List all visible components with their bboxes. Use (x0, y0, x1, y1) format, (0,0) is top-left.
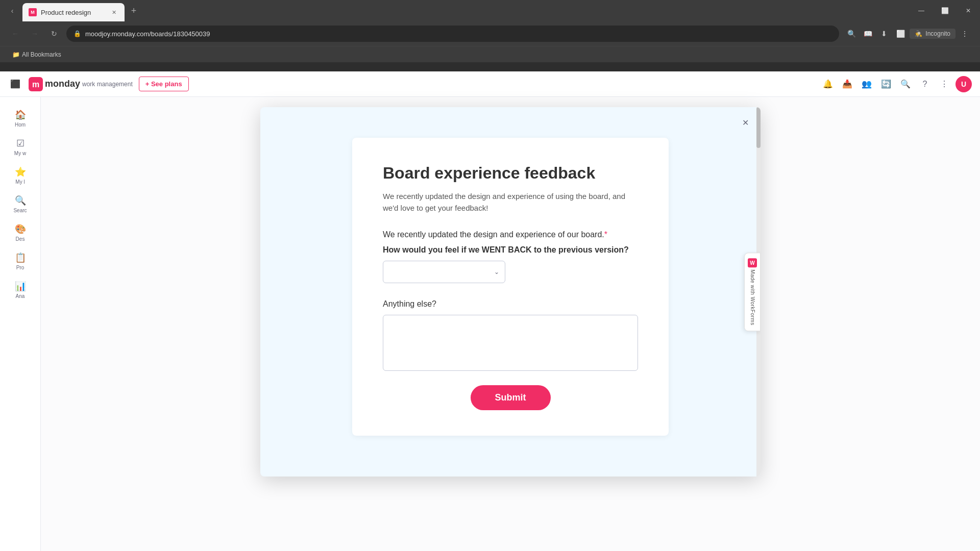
sidebar-label-home: Hom (6, 122, 35, 128)
bookmarks-folder[interactable]: 📁 All Bookmarks (8, 49, 65, 60)
back-button[interactable]: ← (8, 27, 22, 41)
apps-grid-icon[interactable]: ⬛ (8, 77, 22, 91)
incognito-badge[interactable]: 🕵 Incognito (910, 29, 955, 39)
form-question-2: How would you feel if we WENT BACK to th… (383, 245, 638, 255)
sidebar-label-search: Searc (6, 208, 35, 213)
required-mark: * (604, 230, 607, 239)
topbar-icons: 🔔 📥 👥 🔄 🔍 ? ⋮ U (820, 76, 972, 92)
tab-prev-button[interactable]: ‹ (4, 3, 20, 19)
form-card: Board experience feedback We recently up… (352, 138, 669, 436)
browser-chrome: ‹ M Product redesign ✕ + — ⬜ ✕ ← → ↻ 🔒 m… (0, 0, 980, 71)
incognito-icon: 🕵 (915, 30, 922, 37)
tab-title: Product redesign (41, 9, 105, 16)
monday-logo[interactable]: m monday work management (29, 77, 133, 91)
update-icon[interactable]: 🔄 (878, 76, 894, 92)
feeling-select[interactable]: Very disappointed Disappointed Neutral H… (383, 261, 505, 283)
modal-inner: Board experience feedback We recently up… (260, 107, 761, 477)
sidebar-item-mywork[interactable]: ☑ My w (3, 134, 38, 160)
form-question-1: We recently updated the design and exper… (383, 230, 638, 239)
sidebar-label-myitems: My l (6, 179, 35, 185)
new-tab-button[interactable]: + (127, 4, 141, 18)
refresh-button[interactable]: ↻ (47, 27, 61, 41)
sidebar-item-product[interactable]: 📋 Pro (3, 248, 38, 274)
sidebar-item-design[interactable]: 🎨 Des (3, 219, 38, 246)
sidebar: 🏠 Hom ☑ My w ⭐ My l 🔍 Searc 🎨 Des 📋 Pro … (0, 97, 41, 551)
maximize-button[interactable]: ⬜ (933, 0, 957, 21)
sidebar-label-mywork: My w (6, 151, 35, 156)
app-content: ⬛ m monday work management + See plans 🔔… (0, 71, 980, 551)
modal-close-button[interactable]: ✕ (738, 115, 752, 130)
help-icon[interactable]: ? (917, 76, 933, 92)
window-controls: — ⬜ ✕ (910, 0, 980, 21)
textarea-label: Anything else? (383, 299, 638, 309)
monday-topbar: ⬛ m monday work management + See plans 🔔… (0, 71, 980, 97)
toolbar-icons: 🔍 📖 ⬇ ⬜ 🕵 Incognito ⋮ (844, 27, 972, 41)
sidebar-item-analytics[interactable]: 📊 Ana (3, 277, 38, 303)
dropdown-wrapper: Very disappointed Disappointed Neutral H… (383, 261, 505, 283)
minimize-button[interactable]: — (910, 0, 933, 21)
sidebar-label-product: Pro (6, 265, 35, 270)
product-icon: 📋 (15, 252, 26, 263)
download-icon[interactable]: ⬇ (877, 27, 891, 41)
incognito-label: Incognito (925, 30, 950, 37)
sidebar-item-myitems[interactable]: ⭐ My l (3, 162, 38, 189)
forward-button[interactable]: → (28, 27, 42, 41)
submit-button[interactable]: Submit (471, 385, 551, 410)
workforms-badge[interactable]: W Made with WorkForms (744, 253, 761, 331)
mywork-icon: ☑ (16, 138, 24, 149)
folder-label: All Bookmarks (22, 51, 61, 58)
sidebar-item-search[interactable]: 🔍 Searc (3, 191, 38, 217)
monday-logo-svg: m (29, 77, 43, 91)
tab-favicon: M (29, 8, 37, 16)
address-bar: ← → ↻ 🔒 moodjoy.monday.com/boards/183045… (0, 21, 980, 46)
home-icon: 🏠 (15, 109, 26, 120)
global-search-icon[interactable]: 🔍 (897, 76, 914, 92)
close-button[interactable]: ✕ (957, 0, 980, 21)
modal-container: ✕ Board experience feedback We recently … (260, 107, 761, 477)
search-toolbar-icon[interactable]: 🔍 (844, 27, 859, 41)
form-description: We recently updated the design and exper… (383, 191, 638, 214)
analytics-icon: 📊 (15, 281, 26, 292)
bookmarks-bar: 📁 All Bookmarks (0, 46, 980, 62)
inbox-icon[interactable]: 📥 (839, 76, 855, 92)
see-plans-button[interactable]: + See plans (139, 77, 189, 91)
tab-close-button[interactable]: ✕ (109, 8, 118, 17)
url-bar[interactable]: 🔒 moodjoy.monday.com/boards/1830450039 (66, 26, 839, 42)
myitems-icon: ⭐ (15, 166, 26, 178)
split-view-icon[interactable]: ⬜ (893, 27, 908, 41)
sidebar-label-design: Des (6, 236, 35, 242)
workforms-icon: W (748, 259, 757, 268)
anything-else-textarea[interactable] (383, 315, 638, 371)
sidebar-item-home[interactable]: 🏠 Hom (3, 105, 38, 132)
modal-overlay[interactable]: ✕ Board experience feedback We recently … (41, 97, 980, 551)
monday-brand-text: monday (45, 79, 80, 89)
user-avatar[interactable]: U (955, 76, 972, 92)
active-tab[interactable]: M Product redesign ✕ (22, 3, 125, 21)
svg-text:m: m (32, 80, 39, 89)
scrollbar-thumb[interactable] (756, 107, 761, 148)
url-text: moodjoy.monday.com/boards/1830450039 (85, 30, 832, 38)
people-icon[interactable]: 👥 (859, 76, 875, 92)
workforms-label: Made with WorkForms (750, 270, 755, 325)
lock-icon: 🔒 (74, 30, 81, 37)
extensions-icon[interactable]: ⋮ (958, 27, 972, 41)
tab-bar: ‹ M Product redesign ✕ + — ⬜ ✕ (0, 0, 980, 21)
main-content: ✕ Board experience feedback We recently … (41, 97, 980, 551)
folder-icon: 📁 (12, 51, 20, 58)
design-icon: 🎨 (15, 223, 26, 235)
more-apps-icon[interactable]: ⋮ (936, 76, 952, 92)
search-sidebar-icon: 🔍 (15, 195, 26, 206)
sidebar-label-analytics: Ana (6, 293, 35, 299)
form-title: Board experience feedback (383, 163, 638, 183)
monday-brand-sub: work management (82, 81, 133, 88)
reader-mode-icon[interactable]: 📖 (861, 27, 875, 41)
notifications-icon[interactable]: 🔔 (820, 76, 836, 92)
